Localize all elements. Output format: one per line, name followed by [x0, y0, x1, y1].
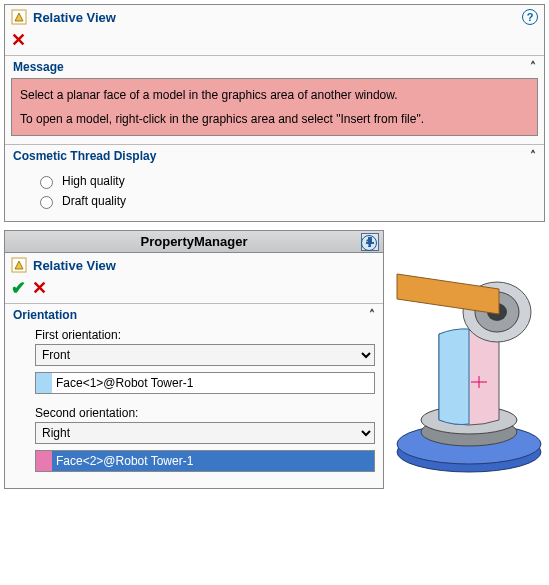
panel-title-2: Relative View — [33, 258, 116, 273]
orientation-header[interactable]: Orientation ˄ — [5, 304, 383, 326]
panel-title-row: Relative View ? — [5, 5, 544, 29]
panel-title-row-2: Relative View ? — [5, 253, 383, 277]
message-header[interactable]: Message ˄ — [5, 56, 544, 78]
swatch-2 — [36, 451, 52, 471]
feature-icon — [11, 257, 27, 273]
first-orientation-label: First orientation: — [5, 326, 383, 344]
second-orientation-select[interactable]: Right — [35, 422, 375, 444]
second-face-text: Face<2>@Robot Tower-1 — [52, 451, 374, 471]
orientation-header-label: Orientation — [13, 308, 77, 322]
action-row: ✕ — [5, 29, 544, 55]
first-face-text: Face<1>@Robot Tower-1 — [52, 373, 374, 393]
cancel-button[interactable]: ✕ — [11, 31, 26, 49]
first-face-row[interactable]: Face<1>@Robot Tower-1 — [35, 372, 375, 394]
propertymanager-title: PropertyManager — [141, 234, 248, 249]
first-orientation-select[interactable]: Front — [35, 344, 375, 366]
thread-section: Cosmetic Thread Display ˄ High quality D… — [5, 144, 544, 221]
swatch-1 — [36, 373, 52, 393]
radio-high-quality[interactable]: High quality — [15, 171, 534, 191]
message-header-label: Message — [13, 60, 64, 74]
message-section: Message ˄ Select a planar face of a mode… — [5, 55, 544, 136]
cancel-button[interactable]: ✕ — [32, 279, 47, 297]
lower-row: PropertyManager Relative View ? ✔ ✕ Orie… — [0, 226, 549, 493]
robot-tower-model — [389, 234, 549, 484]
message-body: Select a planar face of a model in the g… — [11, 78, 538, 136]
radio-high-quality-label: High quality — [62, 174, 125, 188]
feature-icon — [11, 9, 27, 25]
help-icon[interactable]: ? — [522, 9, 538, 25]
radio-draft-quality-input[interactable] — [40, 196, 53, 209]
relative-view-panel-bottom: PropertyManager Relative View ? ✔ ✕ Orie… — [4, 230, 384, 489]
message-line-1: Select a planar face of a model in the g… — [20, 87, 529, 103]
propertymanager-bar: PropertyManager — [5, 231, 383, 253]
second-face-row[interactable]: Face<2>@Robot Tower-1 — [35, 450, 375, 472]
thread-header-label: Cosmetic Thread Display — [13, 149, 156, 163]
graphics-area[interactable] — [388, 226, 549, 484]
chevron-up-icon: ˄ — [530, 60, 536, 74]
radio-high-quality-input[interactable] — [40, 176, 53, 189]
second-orientation-label: Second orientation: — [5, 404, 383, 422]
chevron-up-icon: ˄ — [530, 149, 536, 163]
ok-button[interactable]: ✔ — [11, 279, 26, 297]
radio-draft-quality[interactable]: Draft quality — [15, 191, 534, 211]
message-line-2: To open a model, right-click in the grap… — [20, 111, 529, 127]
radio-draft-quality-label: Draft quality — [62, 194, 126, 208]
relative-view-panel-top: Relative View ? ✕ Message ˄ Select a pla… — [4, 4, 545, 222]
chevron-up-icon: ˄ — [369, 308, 375, 322]
action-row-2: ✔ ✕ — [5, 277, 383, 303]
panel-title: Relative View — [33, 10, 116, 25]
thread-body: High quality Draft quality — [5, 167, 544, 221]
thread-header[interactable]: Cosmetic Thread Display ˄ — [5, 145, 544, 167]
orientation-section: Orientation ˄ First orientation: Front F… — [5, 303, 383, 488]
